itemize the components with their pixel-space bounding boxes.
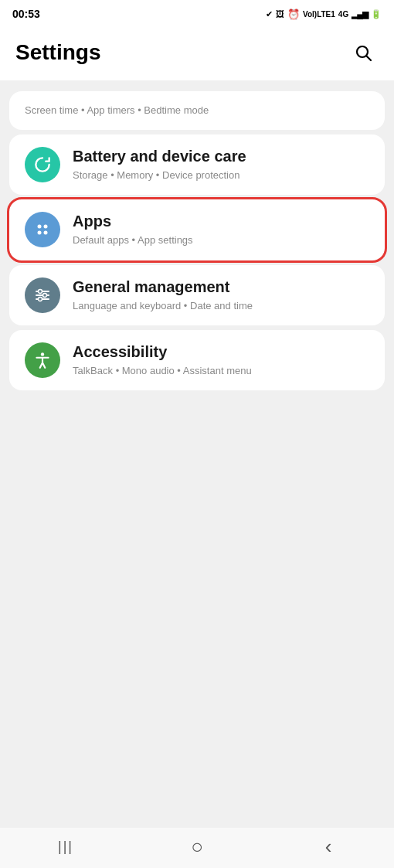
svg-point-12 (41, 352, 44, 356)
alarm-icon: ⏰ (287, 9, 300, 20)
check-icon: ✔ (266, 9, 273, 19)
svg-point-9 (39, 289, 42, 293)
time-display: 00:53 (12, 8, 40, 20)
general-card[interactable]: General management Language and keyboard… (9, 265, 385, 325)
svg-line-1 (367, 56, 372, 61)
accessibility-subtitle: TalkBack • Mono audio • Assistant menu (73, 364, 369, 378)
battery-card[interactable]: Battery and device care Storage • Memory… (9, 134, 385, 195)
apps-card[interactable]: Apps Default apps • App settings (9, 199, 385, 260)
battery-icon-circle (25, 147, 60, 182)
signal-icon: ▂▄▆ (352, 9, 368, 19)
accessibility-card[interactable]: Accessibility TalkBack • Mono audio • As… (9, 330, 385, 390)
apps-item[interactable]: Apps Default apps • App settings (9, 199, 385, 260)
apps-text: Apps Default apps • App settings (73, 212, 369, 247)
battery-sync-icon (32, 155, 53, 175)
accessibility-icon-circle (25, 342, 60, 378)
search-button[interactable] (348, 37, 379, 68)
apps-title: Apps (73, 212, 369, 230)
accessibility-item[interactable]: Accessibility TalkBack • Mono audio • As… (9, 330, 385, 390)
network-4g-icon: 4G (338, 10, 348, 19)
battery-item[interactable]: Battery and device care Storage • Memory… (9, 134, 385, 195)
home-icon: ○ (191, 836, 203, 856)
screen-time-subtitle: Screen time • App timers • Bedtime mode (25, 104, 369, 117)
battery-subtitle: Storage • Memory • Device protection (73, 168, 369, 182)
svg-point-3 (44, 225, 48, 229)
sliders-icon (33, 286, 52, 305)
svg-point-4 (38, 231, 42, 235)
apps-subtitle: Default apps • App settings (73, 233, 369, 247)
settings-content: Screen time • App timers • Bedtime mode … (0, 80, 394, 401)
back-button[interactable]: ‹ (305, 831, 352, 862)
status-bar: 00:53 ✔ 🖼 ⏰ Vol)LTE1 4G ▂▄▆ 🔋 (0, 0, 394, 28)
accessibility-text: Accessibility TalkBack • Mono audio • As… (73, 342, 369, 378)
battery-text: Battery and device care Storage • Memory… (73, 147, 369, 182)
general-subtitle: Language and keyboard • Date and time (73, 299, 369, 313)
battery-title: Battery and device care (73, 147, 369, 165)
general-text: General management Language and keyboard… (73, 277, 369, 313)
status-icons: ✔ 🖼 ⏰ Vol)LTE1 4G ▂▄▆ 🔋 (266, 9, 382, 20)
general-item[interactable]: General management Language and keyboard… (9, 265, 385, 325)
svg-point-11 (39, 297, 42, 301)
recent-apps-button[interactable]: ||| (42, 831, 89, 862)
apps-icon-circle (25, 212, 60, 247)
image-icon: 🖼 (276, 9, 284, 19)
battery-icon: 🔋 (371, 9, 382, 19)
home-button[interactable]: ○ (174, 831, 220, 862)
search-icon (354, 43, 372, 62)
svg-point-10 (43, 293, 47, 297)
svg-point-2 (38, 225, 42, 229)
accessibility-person-icon (32, 350, 53, 370)
header: Settings (0, 28, 394, 80)
back-icon: ‹ (325, 835, 332, 859)
screen-time-card[interactable]: Screen time • App timers • Bedtime mode (9, 91, 385, 130)
vol-lte-icon: Vol)LTE1 (303, 10, 335, 19)
recent-apps-icon: ||| (58, 839, 73, 855)
general-icon-circle (25, 277, 60, 313)
svg-point-5 (44, 231, 48, 235)
apps-grid-icon (33, 220, 52, 239)
general-title: General management (73, 277, 369, 296)
page-title: Settings (15, 40, 100, 65)
accessibility-title: Accessibility (73, 342, 369, 361)
nav-bar: ||| ○ ‹ (0, 828, 394, 868)
